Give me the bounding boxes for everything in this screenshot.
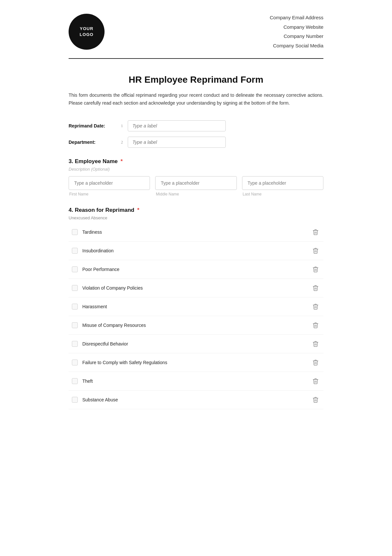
reprimand-date-number: 1 — [121, 123, 123, 128]
checkbox-label: Poor Performance — [82, 267, 120, 272]
first-name-input[interactable] — [69, 176, 150, 190]
checkbox-item: Tardiness — [69, 223, 323, 242]
checkbox-left: Violation of Company Policies — [72, 285, 143, 291]
company-info-block: Company Email Address Company Website Co… — [270, 13, 323, 50]
checkbox-left: Harassment — [72, 304, 107, 310]
department-input[interactable] — [128, 137, 226, 148]
reprimand-date-input[interactable] — [128, 120, 226, 131]
checkbox-label: Substance Abuse — [82, 397, 118, 402]
delete-icon[interactable] — [311, 395, 320, 404]
delete-icon[interactable] — [311, 358, 320, 367]
section4-required-star: * — [137, 207, 139, 213]
unexcused-absence-label: Unexcused Absence — [69, 215, 323, 220]
middle-name-sublabel: Middle Name — [156, 192, 237, 196]
checkbox-label: Theft — [82, 379, 93, 384]
checkbox-box[interactable] — [72, 322, 78, 328]
section4-title: Reason for Reprimand — [75, 207, 134, 213]
checkbox-box[interactable] — [72, 266, 78, 272]
delete-icon[interactable] — [311, 321, 320, 330]
reprimand-date-row: Reprimand Date: 1 — [69, 120, 323, 131]
form-title: HR Employee Reprimand Form — [69, 75, 323, 85]
last-name-wrapper: Last Name — [242, 176, 323, 196]
checkbox-box[interactable] — [72, 248, 78, 254]
department-row: Department: 2 — [69, 137, 323, 148]
checkbox-left: Disrespectful Behavior — [72, 341, 128, 347]
checkbox-item: Theft — [69, 372, 323, 391]
reprimand-date-label: Reprimand Date: — [69, 123, 118, 128]
company-website: Company Website — [270, 23, 323, 32]
delete-icon[interactable] — [311, 377, 320, 386]
delete-icon[interactable] — [311, 246, 320, 255]
checkbox-box[interactable] — [72, 360, 78, 365]
reason-checkbox-list: Tardiness Insubordination Poor Performan… — [69, 223, 323, 409]
company-number: Company Number — [270, 32, 323, 41]
reason-section-header: 4. Reason for Reprimand * — [69, 207, 323, 213]
employee-name-section-header: 3. Employee Name * — [69, 158, 323, 165]
checkbox-left: Poor Performance — [72, 266, 120, 272]
checkbox-left: Theft — [72, 378, 93, 384]
checkbox-left: Failure to Comply with Safety Regulation… — [72, 360, 167, 365]
section3-number: 3. — [69, 158, 73, 164]
checkbox-item: Disrespectful Behavior — [69, 335, 323, 353]
first-name-sublabel: First Name — [69, 192, 150, 196]
company-logo: YOUR LOGO — [69, 14, 105, 50]
delete-icon[interactable] — [311, 339, 320, 348]
page-header: YOUR LOGO Company Email Address Company … — [69, 13, 323, 59]
delete-icon[interactable] — [311, 283, 320, 293]
checkbox-left: Misuse of Company Resources — [72, 322, 146, 328]
delete-icon[interactable] — [311, 265, 320, 274]
section4-number: 4. — [69, 207, 73, 213]
department-number: 2 — [121, 140, 123, 145]
checkbox-box[interactable] — [72, 378, 78, 384]
checkbox-item: Poor Performance — [69, 260, 323, 279]
checkbox-box[interactable] — [72, 285, 78, 291]
checkbox-label: Misuse of Company Resources — [82, 323, 146, 328]
department-label: Department: — [69, 140, 118, 145]
checkbox-box[interactable] — [72, 341, 78, 347]
checkbox-label: Insubordination — [82, 248, 114, 253]
name-fields-row: First Name Middle Name Last Name — [69, 176, 323, 196]
checkbox-item: Substance Abuse — [69, 391, 323, 409]
checkbox-label: Violation of Company Policies — [82, 285, 143, 291]
company-social-media: Company Social Media — [270, 41, 323, 51]
checkbox-box[interactable] — [72, 397, 78, 403]
checkbox-label: Disrespectful Behavior — [82, 341, 128, 346]
employee-name-description: Description (Optional) — [69, 167, 323, 172]
middle-name-wrapper: Middle Name — [155, 176, 237, 196]
checkbox-label: Failure to Comply with Safety Regulation… — [82, 360, 167, 365]
checkbox-item: Misuse of Company Resources — [69, 316, 323, 335]
last-name-input[interactable] — [242, 176, 323, 190]
checkbox-box[interactable] — [72, 304, 78, 310]
section3-required-star: * — [121, 158, 123, 164]
checkbox-label: Harassment — [82, 304, 107, 309]
company-email: Company Email Address — [270, 13, 323, 23]
checkbox-left: Substance Abuse — [72, 397, 118, 403]
section3-title: Employee Name — [75, 158, 118, 164]
delete-icon[interactable] — [311, 302, 320, 311]
checkbox-label: Tardiness — [82, 229, 102, 235]
middle-name-input[interactable] — [155, 176, 237, 190]
checkbox-item: Insubordination — [69, 242, 323, 260]
checkbox-left: Insubordination — [72, 248, 114, 254]
checkbox-item: Failure to Comply with Safety Regulation… — [69, 353, 323, 372]
checkbox-box[interactable] — [72, 229, 78, 235]
checkbox-left: Tardiness — [72, 229, 102, 235]
delete-icon[interactable] — [311, 227, 320, 237]
checkbox-item: Harassment — [69, 297, 323, 316]
last-name-sublabel: Last Name — [243, 192, 323, 196]
first-name-wrapper: First Name — [69, 176, 150, 196]
form-description: This form documents the official reprima… — [69, 92, 323, 107]
checkbox-item: Violation of Company Policies — [69, 279, 323, 297]
